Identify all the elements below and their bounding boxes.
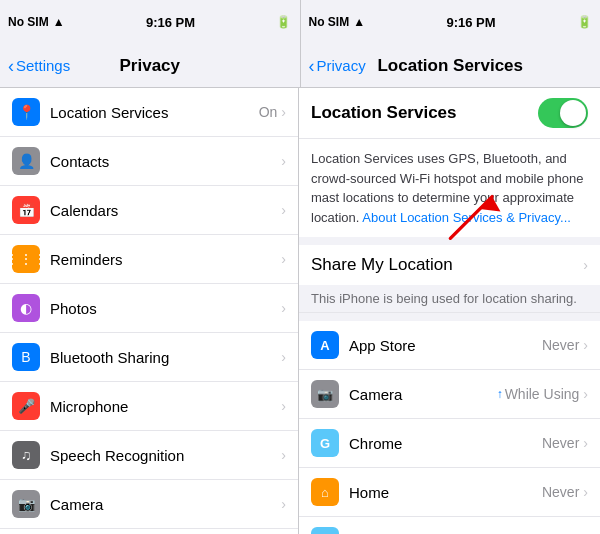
- camera-chevron: ›: [281, 496, 286, 512]
- share-my-location-label: Share My Location: [311, 255, 583, 275]
- location-services-value: On: [259, 104, 278, 120]
- reminders-icon: ⋮⋮⋮: [12, 245, 40, 273]
- back-label-left: Settings: [16, 57, 70, 74]
- home-chevron: ›: [583, 484, 588, 500]
- app-item-maps[interactable]: M Maps ↑ While Using ›: [299, 517, 600, 534]
- back-button-right[interactable]: ‹ Privacy: [309, 57, 366, 75]
- back-label-right: Privacy: [317, 57, 366, 74]
- app-item-camera[interactable]: 📷 Camera ↑ While Using ›: [299, 370, 600, 419]
- app-item-app-store[interactable]: A App Store Never ›: [299, 321, 600, 370]
- home-icon: ⌂: [311, 478, 339, 506]
- privacy-list: 📍 Location Services On › 👤 Contacts › 📅 …: [0, 88, 298, 534]
- camera-value: While Using: [505, 386, 580, 402]
- location-services-label: Location Services: [50, 104, 259, 121]
- bluetooth-sharing-icon: B: [12, 343, 40, 371]
- wifi-left: ▲: [53, 15, 65, 29]
- chrome-chevron: ›: [583, 435, 588, 451]
- back-button-left[interactable]: ‹ Settings: [8, 57, 70, 75]
- left-item-camera[interactable]: 📷 Camera ›: [0, 480, 298, 529]
- chrome-icon: G: [311, 429, 339, 457]
- apps-list: A App Store Never › 📷 Camera ↑ While Usi…: [299, 321, 600, 534]
- calendars-chevron: ›: [281, 202, 286, 218]
- camera-location-icon: ↑: [497, 387, 503, 401]
- status-right-left: 🔋: [276, 15, 291, 29]
- battery-right: 🔋: [577, 15, 592, 29]
- nav-bar-right: ‹ Privacy Location Services: [301, 44, 601, 87]
- sharing-note: This iPhone is being used for location s…: [299, 285, 600, 313]
- wifi-right: ▲: [353, 15, 365, 29]
- battery-left: 🔋: [276, 15, 291, 29]
- contacts-icon: 👤: [12, 147, 40, 175]
- panels-wrapper: 📍 Location Services On › 👤 Contacts › 📅 …: [0, 88, 600, 534]
- reminders-chevron: ›: [281, 251, 286, 267]
- time-right: 9:16 PM: [446, 15, 495, 30]
- app-item-home[interactable]: ⌂ Home Never ›: [299, 468, 600, 517]
- camera-icon: 📷: [12, 490, 40, 518]
- calendars-icon: 📅: [12, 196, 40, 224]
- camera-label: Camera: [349, 386, 497, 403]
- camera-label: Camera: [50, 496, 281, 513]
- left-item-contacts[interactable]: 👤 Contacts ›: [0, 137, 298, 186]
- microphone-label: Microphone: [50, 398, 281, 415]
- home-label: Home: [349, 484, 542, 501]
- app-store-icon: A: [311, 331, 339, 359]
- left-item-bluetooth-sharing[interactable]: B Bluetooth Sharing ›: [0, 333, 298, 382]
- status-left-right: No SIM ▲: [309, 15, 366, 29]
- nav-title-right: Location Services: [377, 56, 523, 76]
- carrier-right: No SIM: [309, 15, 350, 29]
- microphone-icon: 🎤: [12, 392, 40, 420]
- maps-icon: M: [311, 527, 339, 534]
- status-bar-left: No SIM ▲ 9:16 PM 🔋: [0, 0, 300, 44]
- toggle-knob: [560, 100, 586, 126]
- info-text: Location Services uses GPS, Bluetooth, a…: [311, 149, 588, 227]
- bluetooth-sharing-chevron: ›: [281, 349, 286, 365]
- speech-recognition-label: Speech Recognition: [50, 447, 281, 464]
- back-chevron-right: ‹: [309, 57, 315, 75]
- status-bars: No SIM ▲ 9:16 PM 🔋 No SIM ▲ 9:16 PM 🔋: [0, 0, 600, 44]
- info-link[interactable]: About Location Services & Privacy...: [362, 210, 571, 225]
- left-item-reminders[interactable]: ⋮⋮⋮ Reminders ›: [0, 235, 298, 284]
- contacts-chevron: ›: [281, 153, 286, 169]
- calendars-label: Calendars: [50, 202, 281, 219]
- location-services-icon: 📍: [12, 98, 40, 126]
- location-services-toggle[interactable]: [538, 98, 588, 128]
- chrome-value: Never: [542, 435, 579, 451]
- left-item-microphone[interactable]: 🎤 Microphone ›: [0, 382, 298, 431]
- nav-bar-left: ‹ Settings Privacy: [0, 44, 300, 87]
- nav-title-left: Privacy: [120, 56, 181, 76]
- photos-chevron: ›: [281, 300, 286, 316]
- status-left-left: No SIM ▲: [8, 15, 65, 29]
- left-item-photos[interactable]: ◐ Photos ›: [0, 284, 298, 333]
- nav-bars: ‹ Settings Privacy ‹ Privacy Location Se…: [0, 44, 600, 88]
- location-services-row: Location Services: [299, 88, 600, 139]
- status-bar-right: No SIM ▲ 9:16 PM 🔋: [301, 0, 601, 44]
- chrome-label: Chrome: [349, 435, 542, 452]
- speech-recognition-chevron: ›: [281, 447, 286, 463]
- app-store-value: Never: [542, 337, 579, 353]
- contacts-label: Contacts: [50, 153, 281, 170]
- share-chevron: ›: [583, 257, 588, 273]
- home-value: Never: [542, 484, 579, 500]
- left-item-speech-recognition[interactable]: ♫ Speech Recognition ›: [0, 431, 298, 480]
- app-store-chevron: ›: [583, 337, 588, 353]
- speech-recognition-icon: ♫: [12, 441, 40, 469]
- left-item-location-services[interactable]: 📍 Location Services On ›: [0, 88, 298, 137]
- app-store-label: App Store: [349, 337, 542, 354]
- photos-icon: ◐: [12, 294, 40, 322]
- location-services-chevron: ›: [281, 104, 286, 120]
- left-item-health[interactable]: ❤ Health ›: [0, 529, 298, 534]
- right-panel: Location Services Location Services uses…: [299, 88, 600, 534]
- microphone-chevron: ›: [281, 398, 286, 414]
- info-block: Location Services uses GPS, Bluetooth, a…: [299, 139, 600, 237]
- camera-icon: 📷: [311, 380, 339, 408]
- bluetooth-sharing-label: Bluetooth Sharing: [50, 349, 281, 366]
- section-gap-1: [299, 237, 600, 245]
- photos-label: Photos: [50, 300, 281, 317]
- time-left: 9:16 PM: [146, 15, 195, 30]
- carrier-left: No SIM: [8, 15, 49, 29]
- left-item-calendars[interactable]: 📅 Calendars ›: [0, 186, 298, 235]
- app-item-chrome[interactable]: G Chrome Never ›: [299, 419, 600, 468]
- share-my-location-row[interactable]: Share My Location ›: [299, 245, 600, 285]
- back-chevron-left: ‹: [8, 57, 14, 75]
- location-services-label: Location Services: [311, 103, 538, 123]
